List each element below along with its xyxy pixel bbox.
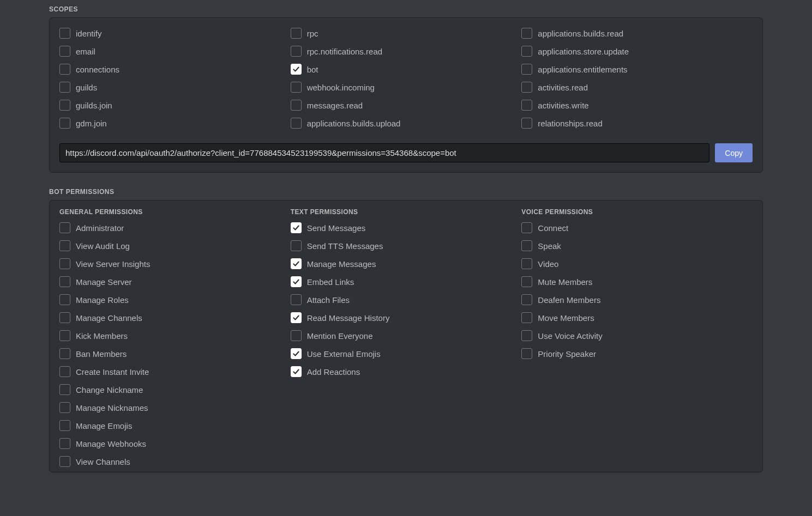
scope-item-gdm-join[interactable]: gdm.join	[59, 118, 291, 129]
checkbox-manage-roles[interactable]	[59, 294, 70, 305]
scope-item-identify[interactable]: identify	[59, 28, 291, 39]
checkbox-messages-read[interactable]	[291, 100, 302, 111]
permission-item-use-external-emojis[interactable]: Use External Emojis	[291, 348, 522, 359]
scope-item-activities-read[interactable]: activities.read	[521, 82, 753, 93]
checkbox-applications-entitlements[interactable]	[521, 64, 532, 75]
permission-item-ban-members[interactable]: Ban Members	[59, 348, 291, 359]
permission-item-manage-messages[interactable]: Manage Messages	[291, 258, 522, 269]
permission-item-manage-emojis[interactable]: Manage Emojis	[59, 420, 291, 431]
checkbox-administrator[interactable]	[59, 222, 70, 233]
checkbox-guilds-join[interactable]	[59, 100, 70, 111]
checkbox-email[interactable]	[59, 46, 70, 57]
permission-item-administrator[interactable]: Administrator	[59, 222, 291, 233]
scope-item-activities-write[interactable]: activities.write	[521, 100, 753, 111]
checkbox-manage-server[interactable]	[59, 276, 70, 287]
checkbox-embed-links[interactable]	[291, 276, 302, 287]
checkbox-activities-read[interactable]	[521, 82, 532, 93]
permission-item-change-nickname[interactable]: Change Nickname	[59, 384, 291, 395]
permission-item-attach-files[interactable]: Attach Files	[291, 294, 522, 305]
checkbox-manage-channels[interactable]	[59, 312, 70, 323]
permission-item-manage-channels[interactable]: Manage Channels	[59, 312, 291, 323]
checkbox-manage-emojis[interactable]	[59, 420, 70, 431]
scope-item-webhook-incoming[interactable]: webhook.incoming	[291, 82, 522, 93]
checkbox-applications-builds-upload[interactable]	[291, 118, 302, 129]
checkbox-speak[interactable]	[521, 240, 532, 251]
permission-item-mute-members[interactable]: Mute Members	[521, 276, 753, 287]
permission-item-add-reactions[interactable]: Add Reactions	[291, 366, 522, 377]
checkbox-identify[interactable]	[59, 28, 70, 39]
checkbox-connect[interactable]	[521, 222, 532, 233]
permission-item-manage-server[interactable]: Manage Server	[59, 276, 291, 287]
checkbox-change-nickname[interactable]	[59, 384, 70, 395]
scope-item-bot[interactable]: bot	[291, 64, 522, 75]
permission-item-manage-webhooks[interactable]: Manage Webhooks	[59, 438, 291, 449]
permission-item-read-message-history[interactable]: Read Message History	[291, 312, 522, 323]
scope-item-applications-builds-upload[interactable]: applications.builds.upload	[291, 118, 522, 129]
checkbox-bot[interactable]	[291, 64, 302, 75]
permission-item-view-server-insights[interactable]: View Server Insights	[59, 258, 291, 269]
permission-item-move-members[interactable]: Move Members	[521, 312, 753, 323]
checkbox-view-audit-log[interactable]	[59, 240, 70, 251]
checkbox-guilds[interactable]	[59, 82, 70, 93]
permission-item-send-messages[interactable]: Send Messages	[291, 222, 522, 233]
scope-item-email[interactable]: email	[59, 46, 291, 57]
scope-item-connections[interactable]: connections	[59, 64, 291, 75]
checkbox-add-reactions[interactable]	[291, 366, 302, 377]
scope-item-applications-entitlements[interactable]: applications.entitlements	[521, 64, 753, 75]
checkbox-rpc-notifications-read[interactable]	[291, 46, 302, 57]
checkbox-view-channels[interactable]	[59, 456, 70, 467]
scope-item-relationships-read[interactable]: relationships.read	[521, 118, 753, 129]
checkbox-ban-members[interactable]	[59, 348, 70, 359]
checkbox-manage-nicknames[interactable]	[59, 402, 70, 413]
copy-button[interactable]: Copy	[715, 143, 753, 162]
checkbox-relationships-read[interactable]	[521, 118, 532, 129]
checkbox-kick-members[interactable]	[59, 330, 70, 341]
permission-item-priority-speaker[interactable]: Priority Speaker	[521, 348, 753, 359]
checkbox-mute-members[interactable]	[521, 276, 532, 287]
checkbox-manage-messages[interactable]	[291, 258, 302, 269]
scope-item-rpc[interactable]: rpc	[291, 28, 522, 39]
permission-item-view-audit-log[interactable]: View Audit Log	[59, 240, 291, 251]
permission-item-connect[interactable]: Connect	[521, 222, 753, 233]
scope-item-rpc-notifications-read[interactable]: rpc.notifications.read	[291, 46, 522, 57]
checkbox-view-server-insights[interactable]	[59, 258, 70, 269]
permission-item-embed-links[interactable]: Embed Links	[291, 276, 522, 287]
checkbox-create-instant-invite[interactable]	[59, 366, 70, 377]
checkbox-deafen-members[interactable]	[521, 294, 532, 305]
checkbox-read-message-history[interactable]	[291, 312, 302, 323]
checkbox-applications-store-update[interactable]	[521, 46, 532, 57]
permission-item-manage-roles[interactable]: Manage Roles	[59, 294, 291, 305]
checkbox-mention-everyone[interactable]	[291, 330, 302, 341]
permission-item-video[interactable]: Video	[521, 258, 753, 269]
permission-item-use-voice-activity[interactable]: Use Voice Activity	[521, 330, 753, 341]
permission-item-deafen-members[interactable]: Deafen Members	[521, 294, 753, 305]
permission-item-mention-everyone[interactable]: Mention Everyone	[291, 330, 522, 341]
scope-item-applications-builds-read[interactable]: applications.builds.read	[521, 28, 753, 39]
permission-item-manage-nicknames[interactable]: Manage Nicknames	[59, 402, 291, 413]
checkbox-activities-write[interactable]	[521, 100, 532, 111]
permission-item-create-instant-invite[interactable]: Create Instant Invite	[59, 366, 291, 377]
permission-item-send-tts-messages[interactable]: Send TTS Messages	[291, 240, 522, 251]
oauth-url-input[interactable]	[59, 143, 709, 162]
permission-item-speak[interactable]: Speak	[521, 240, 753, 251]
checkbox-move-members[interactable]	[521, 312, 532, 323]
scope-item-messages-read[interactable]: messages.read	[291, 100, 522, 111]
checkbox-use-external-emojis[interactable]	[291, 348, 302, 359]
scope-item-applications-store-update[interactable]: applications.store.update	[521, 46, 753, 57]
checkbox-rpc[interactable]	[291, 28, 302, 39]
checkbox-attach-files[interactable]	[291, 294, 302, 305]
scope-item-guilds-join[interactable]: guilds.join	[59, 100, 291, 111]
checkbox-video[interactable]	[521, 258, 532, 269]
checkbox-priority-speaker[interactable]	[521, 348, 532, 359]
checkbox-connections[interactable]	[59, 64, 70, 75]
scope-item-guilds[interactable]: guilds	[59, 82, 291, 93]
checkbox-manage-webhooks[interactable]	[59, 438, 70, 449]
checkbox-send-tts-messages[interactable]	[291, 240, 302, 251]
checkbox-gdm-join[interactable]	[59, 118, 70, 129]
checkbox-applications-builds-read[interactable]	[521, 28, 532, 39]
permission-item-kick-members[interactable]: Kick Members	[59, 330, 291, 341]
permission-item-view-channels[interactable]: View Channels	[59, 456, 291, 467]
checkbox-send-messages[interactable]	[291, 222, 302, 233]
checkbox-use-voice-activity[interactable]	[521, 330, 532, 341]
checkbox-webhook-incoming[interactable]	[291, 82, 302, 93]
